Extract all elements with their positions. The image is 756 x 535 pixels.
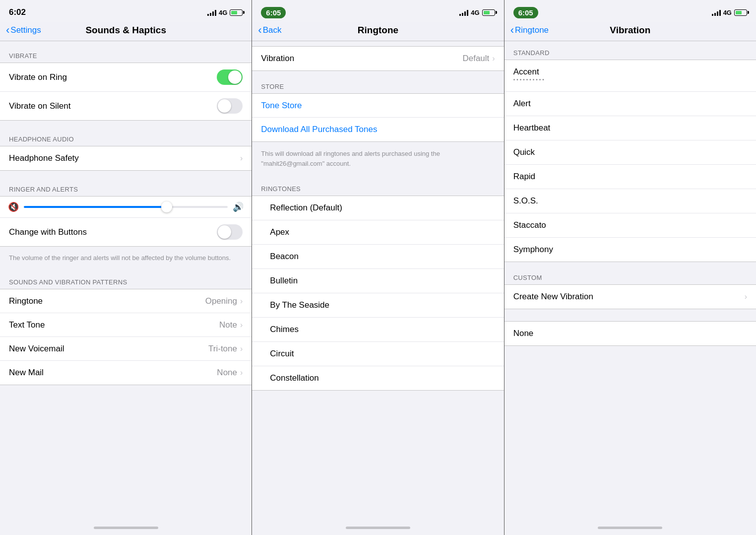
home-indicator-1 [0, 520, 252, 535]
ringtone-chimes[interactable]: Chimes [252, 318, 504, 342]
vib-item-accent[interactable]: Accent •••••••••• [504, 60, 756, 92]
label-alert: Alert [513, 99, 531, 109]
nav-title-3: Vibration [610, 25, 650, 36]
panel-vibration: 6:05 4G ‹ Ringtone Vibration STANDARD Ac… [504, 0, 756, 535]
vibration-value: Default [462, 54, 489, 64]
list-item-new-voicemail[interactable]: New Voicemail Tri-tone › [0, 337, 252, 361]
list-group-custom: Create New Vibration › [504, 284, 756, 309]
value-text-tone: Note › [219, 320, 243, 330]
panel-ringtone: 6:05 4G ‹ Back Ringtone Vibration [252, 0, 504, 535]
list-group-ringer: 🔇 🔊 Change with Buttons [0, 196, 252, 247]
status-icons-3: 4G [712, 9, 747, 16]
back-button-3[interactable]: ‹ Ringtone [510, 25, 549, 36]
label-accent: Accent [513, 67, 539, 76]
new-mail-value: None [217, 368, 237, 378]
vib-item-symphony[interactable]: Symphony [504, 238, 756, 262]
list-item-text-tone[interactable]: Text Tone Note › [0, 313, 252, 337]
section-header-sounds: SOUNDS AND VIBRATION PATTERNS [0, 268, 252, 289]
nav-bar-2: ‹ Back Ringtone [252, 22, 504, 41]
back-button-2[interactable]: ‹ Back [258, 25, 281, 36]
label-change-buttons: Change with Buttons [9, 227, 87, 237]
vib-item-none[interactable]: None [504, 322, 756, 345]
section-header-standard: STANDARD [504, 41, 756, 60]
value-headphone-safety: › [240, 154, 243, 163]
signal-icon-3 [712, 9, 721, 16]
label-vibrate-ring: Vibrate on Ring [9, 72, 67, 82]
ringtone-constellation[interactable]: Constellation [252, 366, 504, 390]
new-voicemail-value: Tri-tone [208, 344, 237, 354]
battery-icon-1 [230, 9, 243, 16]
toggle-vibrate-ring[interactable] [217, 69, 243, 85]
chevron-right-vibration: › [492, 54, 495, 63]
back-label-1: Settings [10, 25, 41, 35]
label-ringtone: Ringtone [9, 296, 43, 306]
vibration-card-wrapper: Vibration Default › [252, 41, 504, 72]
status-icons-1: 4G [207, 9, 243, 16]
label-staccato: Staccato [513, 220, 546, 230]
chevron-right-ringtone: › [240, 297, 243, 306]
list-item-vibrate-silent[interactable]: Vibrate on Silent [0, 92, 252, 120]
store-description: This will download all ringtones and ale… [252, 146, 504, 174]
list-item-change-buttons[interactable]: Change with Buttons [0, 218, 252, 246]
toggle-vibrate-silent[interactable] [217, 98, 243, 114]
home-bar-2 [346, 527, 410, 529]
chevron-right-icon: › [240, 154, 243, 163]
ringtone-reflection[interactable]: Reflection (Default) [252, 196, 504, 220]
volume-slider[interactable] [24, 206, 228, 208]
spacer-none [504, 313, 756, 321]
toggle-thumb-vibrate-ring [228, 70, 242, 84]
list-group-standard: Accent •••••••••• Alert Heartbeat Quick … [504, 60, 756, 262]
label-constellation: Constellation [270, 373, 318, 383]
accent-block: Accent •••••••••• [513, 67, 546, 84]
list-item-vibration[interactable]: Vibration Default › [252, 47, 504, 70]
ringtone-apex[interactable]: Apex [252, 220, 504, 245]
label-sos: S.O.S. [513, 196, 538, 206]
slider-fill [24, 206, 167, 208]
chevron-left-icon-2: ‹ [258, 25, 261, 36]
nav-title-1: Sounds & Haptics [85, 25, 166, 36]
ringtone-by-the-seaside[interactable]: By The Seaside [252, 293, 504, 318]
back-button-1[interactable]: ‹ Settings [6, 25, 41, 36]
dotted-separator: •••••••••• [513, 77, 546, 84]
status-bar-3: 6:05 4G [504, 0, 756, 22]
volume-high-icon: 🔊 [233, 201, 244, 212]
ringtone-beacon[interactable]: Beacon [252, 245, 504, 269]
value-ringtone: Opening › [205, 296, 243, 306]
chevron-right-text-tone: › [240, 321, 243, 330]
list-item-download-tones[interactable]: Download All Purchased Tones [252, 118, 504, 141]
vib-item-staccato[interactable]: Staccato [504, 213, 756, 238]
list-item-vibrate-ring[interactable]: Vibrate on Ring [0, 63, 252, 92]
volume-low-icon: 🔇 [8, 201, 19, 212]
vib-item-alert[interactable]: Alert [504, 92, 756, 116]
list-item-tone-store[interactable]: Tone Store [252, 94, 504, 118]
ringtone-circuit[interactable]: Circuit [252, 342, 504, 366]
back-label-3: Ringtone [515, 25, 549, 35]
label-apex: Apex [270, 227, 289, 237]
vib-item-rapid[interactable]: Rapid [504, 165, 756, 189]
toggle-change-buttons[interactable] [217, 224, 243, 240]
list-group-store: Tone Store Download All Purchased Tones [252, 93, 504, 142]
slider-thumb[interactable] [161, 201, 172, 212]
status-time-2: 6:05 [261, 7, 286, 18]
label-create-new: Create New Vibration [513, 292, 593, 302]
section-header-ringer: RINGER AND ALERTS [0, 175, 252, 196]
value-vibration: Default › [462, 54, 495, 64]
back-label-2: Back [263, 25, 282, 35]
ringtone-bulletin[interactable]: Bulletin [252, 269, 504, 293]
text-tone-value: Note [219, 320, 237, 330]
section-header-headphone: HEADPHONE AUDIO [0, 125, 252, 146]
list-item-new-mail[interactable]: New Mail None › [0, 361, 252, 385]
vib-item-sos[interactable]: S.O.S. [504, 189, 756, 213]
vib-item-create-new[interactable]: Create New Vibration › [504, 285, 756, 309]
label-none: None [513, 329, 534, 338]
list-item-ringtone[interactable]: Ringtone Opening › [0, 289, 252, 313]
label-rapid: Rapid [513, 172, 535, 182]
label-tone-store: Tone Store [261, 101, 302, 111]
vib-item-quick[interactable]: Quick [504, 140, 756, 165]
content-3: STANDARD Accent •••••••••• Alert Heartbe… [504, 41, 756, 520]
status-bar-2: 6:05 4G [252, 0, 504, 22]
list-item-headphone-safety[interactable]: Headphone Safety › [0, 146, 252, 170]
vib-item-heartbeat[interactable]: Heartbeat [504, 116, 756, 140]
battery-icon-2 [482, 9, 495, 16]
label-symphony: Symphony [513, 245, 553, 255]
